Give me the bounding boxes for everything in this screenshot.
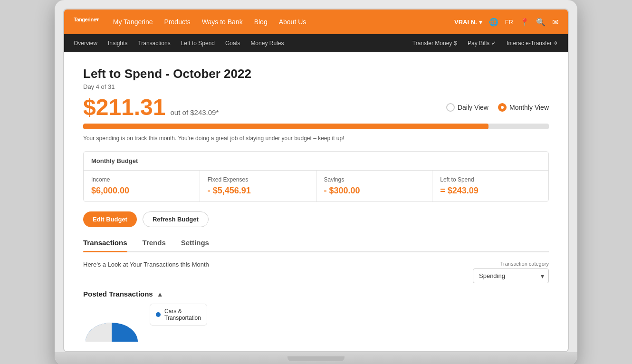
top-nav-right: VRAI N. ▾ 🌐 FR 📍 🔍 ✉ xyxy=(454,18,558,27)
send-icon: ✈ xyxy=(554,40,558,47)
nav-money-rules[interactable]: Money Rules xyxy=(250,40,284,47)
category-selector: Transaction category Spending Income Sav… xyxy=(473,261,549,283)
select-wrapper: Spending Income Savings ▾ xyxy=(473,268,549,283)
logo: Tangerine▾ xyxy=(74,17,99,28)
legend-label-cars: Cars &Transportation xyxy=(164,308,201,321)
fixed-value: - $5,456.91 xyxy=(208,186,308,196)
progress-bar xyxy=(83,124,549,129)
location-icon[interactable]: 📍 xyxy=(520,18,529,27)
savings-value: - $300.00 xyxy=(324,186,425,196)
nav-goals[interactable]: Goals xyxy=(225,40,240,47)
search-icon[interactable]: 🔍 xyxy=(536,18,546,27)
progress-bar-fill xyxy=(83,124,488,129)
globe-icon[interactable]: 🌐 xyxy=(489,18,498,27)
laptop-frame: Tangerine▾ My Tangerine Products Ways to… xyxy=(55,0,577,364)
tab-transactions[interactable]: Transactions xyxy=(83,239,127,251)
daily-view-label: Daily View xyxy=(458,104,488,111)
budget-columns: Income $6,000.00 Fixed Expenses - $5,456… xyxy=(84,171,548,201)
tab-trends[interactable]: Trends xyxy=(143,239,166,251)
top-nav: Tangerine▾ My Tangerine Products Ways to… xyxy=(64,10,568,34)
mail-icon[interactable]: ✉ xyxy=(552,18,558,27)
daily-view-radio[interactable] xyxy=(446,103,455,112)
out-of-amount: out of $243.09* xyxy=(171,108,219,116)
page-subtitle: Day 4 of 31 xyxy=(83,83,549,90)
left-to-spend-label: Left to Spend xyxy=(440,176,541,183)
transactions-section-title: Here's a Look at Your Transactions this … xyxy=(83,261,209,268)
amount-left: $211.31 out of $243.09* xyxy=(83,96,219,119)
budget-col-savings: Savings - $300.00 xyxy=(316,171,433,201)
secondary-nav-left: Overview Insights Transactions Left to S… xyxy=(74,40,284,47)
tabs: Transactions Trends Settings xyxy=(83,239,549,252)
budget-col-left-to-spend: Left to Spend = $243.09 xyxy=(432,171,548,201)
bottom-preview: Cars &Transportation xyxy=(83,304,549,342)
secondary-nav: Overview Insights Transactions Left to S… xyxy=(64,34,568,52)
top-nav-links: My Tangerine Products Ways to Bank Blog … xyxy=(113,18,454,26)
fixed-label: Fixed Expenses xyxy=(208,176,308,183)
secondary-nav-right: Transfer Money $ Pay Bills ✓ Interac e-T… xyxy=(412,40,558,47)
posted-transactions-label: Posted Transactions xyxy=(83,290,153,298)
monthly-view-option[interactable]: Monthly View xyxy=(498,103,549,112)
transactions-header: Here's a Look at Your Transactions this … xyxy=(83,261,549,283)
nav-insights[interactable]: Insights xyxy=(108,40,127,47)
pie-chart xyxy=(83,304,140,342)
category-select[interactable]: Spending Income Savings xyxy=(473,268,549,283)
pay-bills-label: Pay Bills xyxy=(468,40,489,47)
check-icon: ✓ xyxy=(491,40,496,47)
savings-label: Savings xyxy=(324,176,425,183)
posted-transactions-header[interactable]: Posted Transactions ▲ xyxy=(83,290,549,298)
pay-bills-action[interactable]: Pay Bills ✓ xyxy=(468,40,496,47)
logo-text: Tangerine xyxy=(74,17,96,22)
income-value: $6,000.00 xyxy=(91,186,192,196)
legend-card: Cars &Transportation xyxy=(150,304,207,326)
tab-settings[interactable]: Settings xyxy=(181,239,209,251)
amount-row: $211.31 out of $243.09* Daily View Month… xyxy=(83,96,549,119)
monthly-view-radio[interactable] xyxy=(498,103,507,112)
user-name[interactable]: VRAI N. ▾ xyxy=(454,19,482,26)
laptop-base xyxy=(55,352,577,364)
budget-buttons: Edit Budget Refresh Budget xyxy=(83,211,549,227)
left-to-spend-value: = $243.09 xyxy=(440,186,541,196)
category-label: Transaction category xyxy=(500,261,549,267)
nav-transactions[interactable]: Transactions xyxy=(138,40,170,47)
budget-box-title: Monthly Budget xyxy=(84,152,548,171)
budget-col-fixed: Fixed Expenses - $5,456.91 xyxy=(200,171,316,201)
dollar-icon: $ xyxy=(454,40,457,47)
interac-label: Interac e-Transfer xyxy=(507,40,552,47)
budget-box: Monthly Budget Income $6,000.00 Fixed Ex… xyxy=(83,151,549,202)
legend-dot-cars xyxy=(156,312,161,317)
transfer-money-action[interactable]: Transfer Money $ xyxy=(412,40,457,47)
budget-col-income: Income $6,000.00 xyxy=(84,171,200,201)
big-amount: $211.31 xyxy=(83,96,166,119)
refresh-budget-button[interactable]: Refresh Budget xyxy=(143,211,209,227)
nav-my-tangerine[interactable]: My Tangerine xyxy=(113,18,153,26)
view-toggle: Daily View Monthly View xyxy=(446,103,549,112)
page-title: Left to Spend - October 2022 xyxy=(83,67,549,81)
nav-products[interactable]: Products xyxy=(164,18,191,26)
laptop-notch xyxy=(287,356,345,361)
laptop-screen: Tangerine▾ My Tangerine Products Ways to… xyxy=(63,9,569,352)
main-content: Left to Spend - October 2022 Day 4 of 31… xyxy=(64,52,568,351)
nav-blog[interactable]: Blog xyxy=(254,18,268,26)
nav-about-us[interactable]: About Us xyxy=(279,18,306,26)
edit-budget-button[interactable]: Edit Budget xyxy=(83,211,137,227)
nav-ways-to-bank[interactable]: Ways to Bank xyxy=(202,18,243,26)
transfer-money-label: Transfer Money xyxy=(412,40,452,47)
logo-superscript: ▾ xyxy=(96,17,99,22)
status-message: Your spending is on track this month. Yo… xyxy=(83,135,549,142)
nav-left-to-spend[interactable]: Left to Spend xyxy=(181,40,215,47)
monthly-view-label: Monthly View xyxy=(509,104,549,111)
chevron-up-icon: ▲ xyxy=(157,290,163,298)
income-label: Income xyxy=(91,176,192,183)
daily-view-option[interactable]: Daily View xyxy=(446,103,488,112)
nav-overview[interactable]: Overview xyxy=(74,40,97,47)
interac-etransfer-action[interactable]: Interac e-Transfer ✈ xyxy=(507,40,558,47)
lang-label[interactable]: FR xyxy=(505,19,513,26)
chevron-down-icon: ▾ xyxy=(479,19,482,26)
